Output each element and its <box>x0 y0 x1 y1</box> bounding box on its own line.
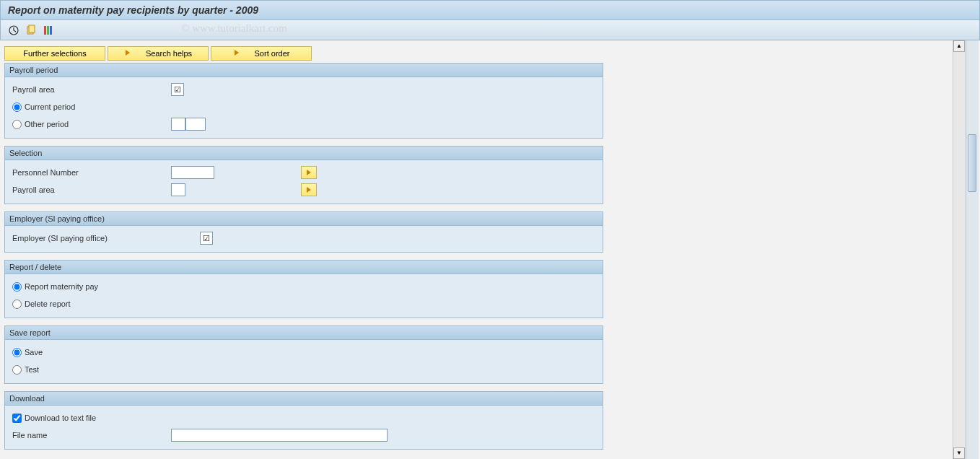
group-header: Download <box>5 392 603 406</box>
svg-rect-5 <box>50 26 52 35</box>
payroll-area-label: Payroll area <box>12 85 171 94</box>
svg-rect-3 <box>44 26 46 35</box>
search-helps-button[interactable]: Search helps <box>108 46 209 61</box>
color-bars-icon[interactable] <box>43 25 54 36</box>
watermark: © www.tutorialkart.com <box>181 22 287 35</box>
sort-order-button[interactable]: Sort order <box>211 46 312 61</box>
download-group: Download Download to text file File name <box>4 391 603 450</box>
other-period-input-2[interactable] <box>185 118 206 131</box>
other-period-radio[interactable]: Other period <box>12 120 171 129</box>
save-radio[interactable]: Save <box>12 348 171 357</box>
scroll-down-icon[interactable]: ▼ <box>953 447 965 459</box>
execute-icon[interactable] <box>8 25 19 36</box>
svg-rect-2 <box>29 25 35 32</box>
arrow-right-icon <box>124 49 131 58</box>
payroll-area-sel-label: Payroll area <box>12 185 171 194</box>
payroll-area-multi-button[interactable] <box>301 183 317 196</box>
personnel-number-label: Personnel Number <box>12 168 171 177</box>
employer-indicator[interactable]: ☑ <box>200 232 213 245</box>
toolbar: © www.tutorialkart.com <box>0 20 980 40</box>
payroll-area-sel-input[interactable] <box>171 183 185 196</box>
group-header: Report / delete <box>5 261 603 274</box>
group-header: Selection <box>5 147 603 160</box>
group-header: Employer (SI paying office) <box>5 212 603 226</box>
page-title: Report on maternity pay recipients by qu… <box>8 4 258 16</box>
title-bar: Report on maternity pay recipients by qu… <box>0 0 980 20</box>
svg-rect-4 <box>47 26 49 35</box>
save-report-group: Save report Save Test <box>4 325 603 384</box>
employer-group: Employer (SI paying office) Employer (SI… <box>4 211 603 253</box>
main-scrollbar[interactable]: ▲ ▼ <box>953 40 966 459</box>
variant-icon[interactable] <box>25 25 37 36</box>
report-maternity-radio[interactable]: Report maternity pay <box>12 282 171 292</box>
content-area: Further selections Search helps Sort ord… <box>0 40 980 459</box>
scroll-up-icon[interactable]: ▲ <box>953 40 965 52</box>
window-scrollbar[interactable] <box>966 40 979 459</box>
employer-label: Employer (SI paying office) <box>12 234 200 242</box>
test-radio[interactable]: Test <box>12 365 171 375</box>
further-selections-button[interactable]: Further selections <box>4 46 105 61</box>
arrow-right-icon <box>233 49 240 58</box>
main-panel: Further selections Search helps Sort ord… <box>0 40 953 459</box>
scroll-thumb[interactable] <box>968 134 976 192</box>
payroll-area-indicator[interactable]: ☑ <box>171 83 184 96</box>
current-period-radio[interactable]: Current period <box>12 102 171 112</box>
payroll-period-group: Payroll period Payroll area ☑ Current pe… <box>4 63 603 139</box>
other-period-input-1[interactable] <box>171 118 185 131</box>
file-name-input[interactable] <box>171 429 388 442</box>
action-button-row: Further selections Search helps Sort ord… <box>4 46 948 61</box>
group-header: Payroll period <box>5 64 603 77</box>
delete-report-radio[interactable]: Delete report <box>12 300 171 309</box>
personnel-number-multi-button[interactable] <box>301 166 317 179</box>
file-name-label: File name <box>12 431 171 440</box>
selection-group: Selection Personnel Number Payroll area <box>4 146 603 204</box>
report-delete-group: Report / delete Report maternity pay Del… <box>4 260 603 318</box>
group-header: Save report <box>5 326 603 340</box>
download-checkbox[interactable]: Download to text file <box>12 414 171 423</box>
personnel-number-input[interactable] <box>171 166 214 179</box>
